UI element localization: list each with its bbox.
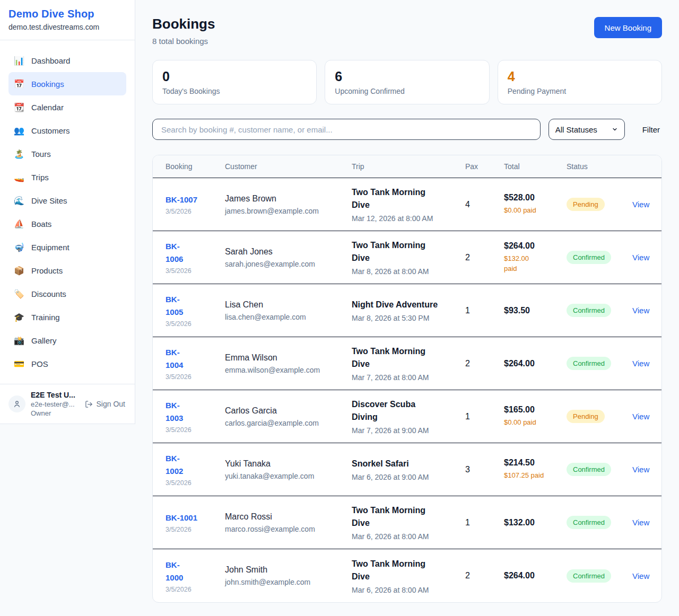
trip-name: Two Tank Morning Dive — [352, 186, 465, 212]
customer-email: carlos.garcia@example.com — [225, 419, 352, 427]
sidebar-item-pos[interactable]: 💳 POS — [8, 352, 126, 375]
booking-id-link[interactable]: BK- 1005 — [166, 293, 225, 319]
total-amount: $528.00 — [504, 193, 567, 203]
stat-value: 0 — [162, 68, 307, 84]
sidebar-item-training[interactable]: 🎓 Training — [8, 305, 126, 329]
sidebar-item-label: Training — [31, 313, 60, 322]
paid-amount: $0.00 paid — [504, 205, 567, 216]
total-amount: $264.00 — [504, 571, 567, 580]
booking-cell: BK- 1006 3/5/2026 — [166, 240, 225, 275]
view-link[interactable]: View — [632, 200, 649, 209]
view-link[interactable]: View — [632, 412, 649, 421]
booking-cell: BK- 1002 3/5/2026 — [166, 452, 225, 487]
filter-button[interactable]: Filter — [642, 125, 660, 134]
view-link[interactable]: View — [632, 571, 649, 580]
user-role: Owner — [31, 409, 80, 417]
total-cell: $132.00 — [504, 518, 567, 527]
sidebar-item-gallery[interactable]: 📸 Gallery — [8, 329, 126, 352]
customer-name: Marco Rossi — [225, 512, 352, 522]
booking-id-link[interactable]: BK- 1000 — [166, 559, 225, 584]
view-link[interactable]: View — [632, 359, 649, 368]
sidebar-item-label: Calendar — [31, 103, 64, 112]
booking-id-link[interactable]: BK- 1006 — [166, 240, 225, 266]
customer-email: emma.wilson@example.com — [225, 366, 352, 374]
trip-name: Two Tank Morning Dive — [352, 239, 465, 265]
stats-row: 0 Today's Bookings 6 Upcoming Confirmed … — [152, 60, 662, 104]
nav-icon: 📸 — [14, 336, 24, 346]
nav-icon: 👥 — [14, 126, 24, 136]
view-link[interactable]: View — [632, 465, 649, 474]
booking-id-link[interactable]: BK- 1003 — [166, 399, 225, 425]
trip-name: Two Tank Morning Dive — [352, 558, 465, 583]
sidebar-item-discounts[interactable]: 🏷️ Discounts — [8, 282, 126, 305]
view-link[interactable]: View — [632, 306, 649, 315]
status-cell: Confirmed — [567, 463, 632, 476]
sidebar-item-equipment[interactable]: 🤿 Equipment — [8, 235, 126, 259]
page-subtitle: 8 total bookings — [152, 37, 215, 46]
view-link[interactable]: View — [632, 253, 649, 262]
booking-id-link[interactable]: BK-1001 — [166, 512, 225, 524]
nav-icon: 📦 — [14, 266, 24, 276]
sidebar-item-customers[interactable]: 👥 Customers — [8, 119, 126, 142]
sidebar-item-label: Dashboard — [31, 56, 70, 65]
customer-email: john.smith@example.com — [225, 578, 352, 586]
sidebar-item-boats[interactable]: ⛵ Boats — [8, 212, 126, 235]
booking-cell: BK- 1003 3/5/2026 — [166, 399, 225, 434]
nav-icon: 🌊 — [14, 196, 24, 206]
sign-out-button[interactable]: Sign Out — [85, 400, 126, 408]
total-amount: $93.50 — [504, 306, 567, 315]
trip-time: Mar 7, 2026 at 8:00 AM — [352, 373, 465, 382]
status-filter-value: All Statuses — [555, 125, 597, 134]
status-badge: Confirmed — [567, 357, 611, 370]
sidebar-item-dashboard[interactable]: 📊 Dashboard — [8, 49, 126, 72]
total-cell: $264.00 — [504, 359, 567, 368]
sidebar-nav: 📊 Dashboard 📅 Bookings 📆 Calendar 👥 Cust… — [0, 40, 135, 384]
pax-value: 3 — [465, 465, 504, 474]
pax-value: 2 — [465, 253, 504, 262]
table-row: BK- 1004 3/5/2026 Emma Wilson emma.wilso… — [153, 337, 661, 390]
sidebar-item-tours[interactable]: 🏝️ Tours — [8, 142, 126, 165]
total-cell: $528.00 $0.00 paid — [504, 193, 567, 216]
sidebar-item-calendar[interactable]: 📆 Calendar — [8, 95, 126, 119]
logout-icon — [85, 400, 93, 408]
booking-cell: BK-1007 3/5/2026 — [166, 193, 225, 215]
total-cell: $264.00 $132.00 paid — [504, 241, 567, 274]
customer-email: lisa.chen@example.com — [225, 313, 352, 321]
avatar — [8, 395, 25, 412]
table-row: BK- 1000 3/5/2026 John Smith john.smith@… — [153, 549, 661, 602]
status-badge: Pending — [567, 410, 605, 423]
booking-id-link[interactable]: BK- 1002 — [166, 452, 225, 478]
sidebar-item-trips[interactable]: 🚤 Trips — [8, 165, 126, 189]
column-header-customer: Customer — [225, 162, 352, 171]
customer-cell: Marco Rossi marco.rossi@example.com — [225, 512, 352, 533]
sign-out-label: Sign Out — [97, 400, 125, 408]
sidebar-item-products[interactable]: 📦 Products — [8, 259, 126, 282]
booking-id-link[interactable]: BK-1007 — [166, 193, 225, 206]
search-input[interactable] — [152, 119, 541, 140]
status-cell: Pending — [567, 198, 632, 211]
trip-name: Two Tank Morning Dive — [352, 504, 465, 530]
booking-date: 3/5/2026 — [166, 586, 225, 593]
table-body: BK-1007 3/5/2026 James Brown james.brown… — [153, 178, 661, 602]
total-amount: $165.00 — [504, 405, 567, 415]
status-cell: Confirmed — [567, 516, 632, 529]
stat-value: 6 — [335, 68, 479, 84]
booking-cell: BK- 1000 3/5/2026 — [166, 559, 225, 593]
stat-card: 6 Upcoming Confirmed — [325, 60, 489, 104]
user-name: E2E Test U... — [31, 391, 80, 399]
pax-value: 2 — [465, 571, 504, 580]
pax-value: 1 — [465, 412, 504, 421]
customer-cell: Yuki Tanaka yuki.tanaka@example.com — [225, 459, 352, 480]
status-filter-select[interactable]: All Statuses — [549, 119, 625, 140]
view-link[interactable]: View — [632, 518, 649, 527]
nav-icon: 🏷️ — [14, 289, 24, 299]
sidebar-item-label: Boats — [31, 219, 51, 228]
stat-card: 4 Pending Payment — [498, 60, 662, 104]
shop-logo[interactable]: Demo Dive Shop demo.test.divestreams.com — [0, 0, 135, 40]
new-booking-button[interactable]: New Booking — [594, 17, 662, 38]
booking-id-link[interactable]: BK- 1004 — [166, 346, 225, 372]
sidebar-item-bookings[interactable]: 📅 Bookings — [8, 72, 126, 95]
sidebar-item-dive-sites[interactable]: 🌊 Dive Sites — [8, 189, 126, 212]
status-cell: Confirmed — [567, 251, 632, 264]
booking-cell: BK- 1004 3/5/2026 — [166, 346, 225, 381]
